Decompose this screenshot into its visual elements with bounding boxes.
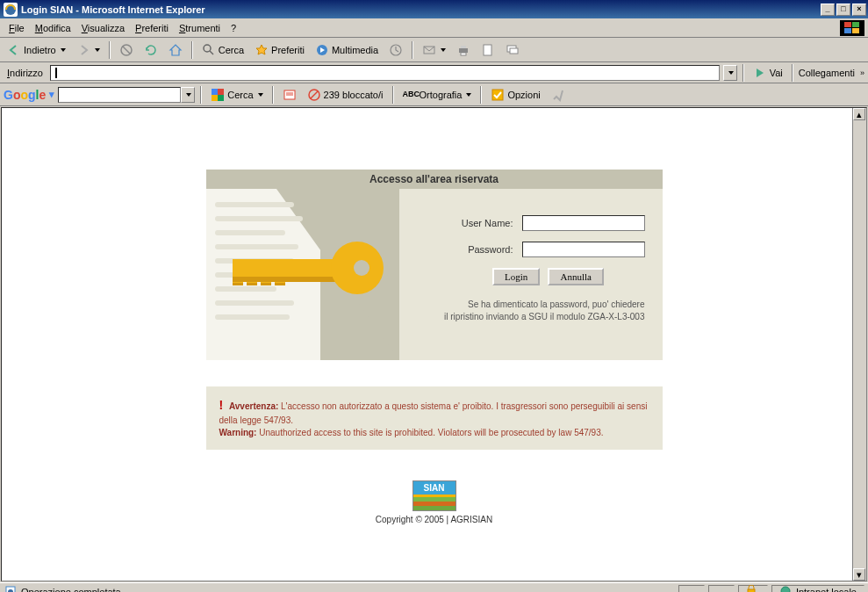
svg-rect-3 (844, 28, 851, 33)
cancel-button[interactable]: Annulla (548, 268, 603, 285)
discuss-icon (506, 43, 520, 57)
edit-button[interactable] (477, 40, 499, 60)
content-area: ▴ ▾ Accesso all'area riservata (1, 107, 867, 581)
news-icon (283, 88, 297, 102)
svg-rect-21 (218, 95, 224, 101)
menu-modifica[interactable]: Modifica (30, 21, 76, 35)
svg-rect-14 (461, 53, 466, 55)
svg-rect-1 (844, 22, 851, 27)
media-icon (315, 43, 329, 57)
svg-line-8 (210, 51, 213, 54)
search-icon (202, 43, 216, 57)
google-toolbar: Google ▾ Cerca 239 bloccato/i ABC Ortogr… (0, 83, 868, 106)
back-button[interactable]: Indietro (4, 40, 69, 60)
google-blocked-label: 239 bloccato/i (324, 90, 384, 100)
refresh-icon (144, 43, 158, 57)
print-button[interactable] (453, 40, 474, 60)
google-news-button[interactable] (279, 85, 300, 105)
google-logo[interactable]: Google (4, 88, 46, 102)
google-options-label: Opzioni (507, 90, 540, 100)
chevron-right-icon: » (860, 69, 864, 77)
minimize-button[interactable]: _ (821, 4, 835, 16)
history-icon (389, 43, 403, 57)
separator (480, 86, 482, 104)
warning-text-en: Unauthorized access to this site is proh… (256, 428, 603, 437)
sian-logo: SIAN (412, 480, 456, 511)
stop-button[interactable] (116, 40, 137, 60)
discuss-button[interactable] (502, 40, 523, 60)
windows-flag-icon (840, 20, 864, 36)
favorites-button[interactable]: Preferiti (251, 40, 308, 60)
status-cell-empty1 (678, 585, 705, 593)
login-form: User Name: Password: Login Annulla Se ha… (399, 189, 663, 360)
svg-rect-19 (218, 89, 224, 95)
username-input[interactable] (522, 215, 645, 231)
forward-button[interactable] (73, 40, 104, 60)
chevron-down-icon (186, 93, 191, 97)
svg-rect-30 (748, 589, 755, 593)
close-button[interactable]: × (852, 4, 866, 16)
login-page: Accesso all'area riservata (206, 170, 663, 524)
options-icon (491, 88, 505, 102)
chevron-down-icon (95, 48, 100, 52)
statusbar: Operazione completata Intranet locale (0, 582, 868, 592)
google-blocked-button[interactable]: 239 bloccato/i (304, 85, 387, 105)
scroll-down-button[interactable]: ▾ (853, 568, 865, 581)
multimedia-button[interactable]: Multimedia (312, 40, 382, 60)
stop-icon (119, 43, 133, 57)
google-search-input[interactable] (58, 87, 181, 103)
history-button[interactable] (385, 40, 406, 60)
menu-file[interactable]: File (4, 21, 30, 35)
password-label: Password: (426, 244, 513, 255)
search-button[interactable]: Cerca (198, 40, 247, 60)
menu-help[interactable]: ? (226, 21, 241, 35)
star-icon (255, 43, 269, 57)
address-input[interactable] (50, 65, 720, 81)
status-cell-empty2 (708, 585, 735, 593)
chevron-down-icon (728, 71, 734, 75)
vertical-scrollbar[interactable]: ▴ ▾ (852, 108, 866, 581)
separator (742, 64, 744, 82)
google-options-button[interactable]: Opzioni (487, 85, 543, 105)
password-input[interactable] (522, 242, 645, 257)
address-bar: Indirizzo Vai Collegamenti » (0, 62, 868, 83)
google-search-dropdown[interactable] (181, 87, 195, 103)
login-button[interactable]: Login (492, 268, 540, 285)
blocked-icon (307, 88, 321, 102)
svg-rect-15 (484, 45, 491, 55)
menu-preferiti[interactable]: Preferiti (130, 21, 174, 35)
address-dropdown[interactable] (723, 65, 737, 81)
google-spell-button[interactable]: ABC Ortografia (399, 85, 476, 105)
go-label: Vai (770, 68, 783, 78)
multimedia-label: Multimedia (332, 45, 378, 55)
footer: SIAN Copyright © 2005 | AGRISIAN (206, 480, 663, 524)
username-label: User Name: (426, 218, 513, 228)
home-button[interactable] (165, 40, 186, 60)
google-cerca-button[interactable]: Cerca (207, 85, 266, 105)
warning-title-it: Avvertenza: (229, 401, 278, 411)
separator (272, 86, 274, 104)
maximize-button[interactable]: □ (836, 4, 850, 16)
svg-rect-4 (852, 28, 859, 33)
back-icon (7, 43, 21, 57)
links-label[interactable]: Collegamenti (799, 68, 855, 78)
mail-button[interactable] (419, 40, 449, 60)
page-header: Accesso all'area riservata (206, 170, 663, 189)
menu-visualizza[interactable]: Visualizza (76, 21, 130, 35)
svg-rect-20 (212, 95, 218, 101)
separator (392, 86, 394, 104)
google-dropdown[interactable]: ▾ (49, 89, 54, 100)
separator (109, 41, 111, 59)
refresh-button[interactable] (140, 40, 161, 60)
google-highlight-button[interactable] (548, 85, 569, 105)
chevron-down-icon (466, 93, 471, 97)
go-button[interactable]: Vai (750, 66, 786, 80)
svg-line-6 (123, 47, 130, 54)
separator (200, 86, 202, 104)
spell-icon: ABC (403, 88, 417, 102)
separator (412, 41, 413, 59)
scroll-up-button[interactable]: ▴ (853, 108, 865, 120)
google-spell-label: Ortografia (420, 90, 463, 100)
menu-strumenti[interactable]: Strumenti (174, 21, 226, 35)
forgot-password-text: Se ha dimenticato la password, puo' chie… (417, 299, 645, 323)
